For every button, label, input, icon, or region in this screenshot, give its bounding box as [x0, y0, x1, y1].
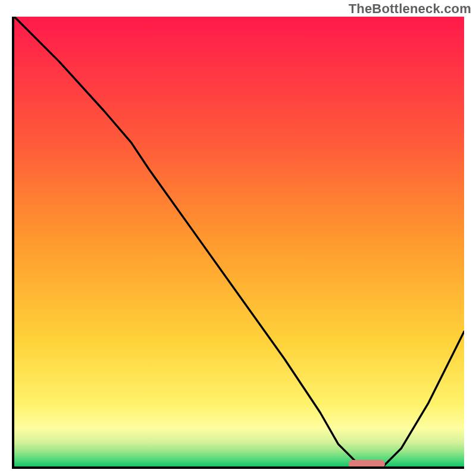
plot-area	[12, 17, 464, 469]
bottleneck-curve	[14, 17, 464, 466]
optimal-range-marker	[349, 460, 385, 468]
watermark-text: TheBottleneck.com	[349, 1, 471, 17]
chart-container: TheBottleneck.com	[0, 0, 476, 476]
